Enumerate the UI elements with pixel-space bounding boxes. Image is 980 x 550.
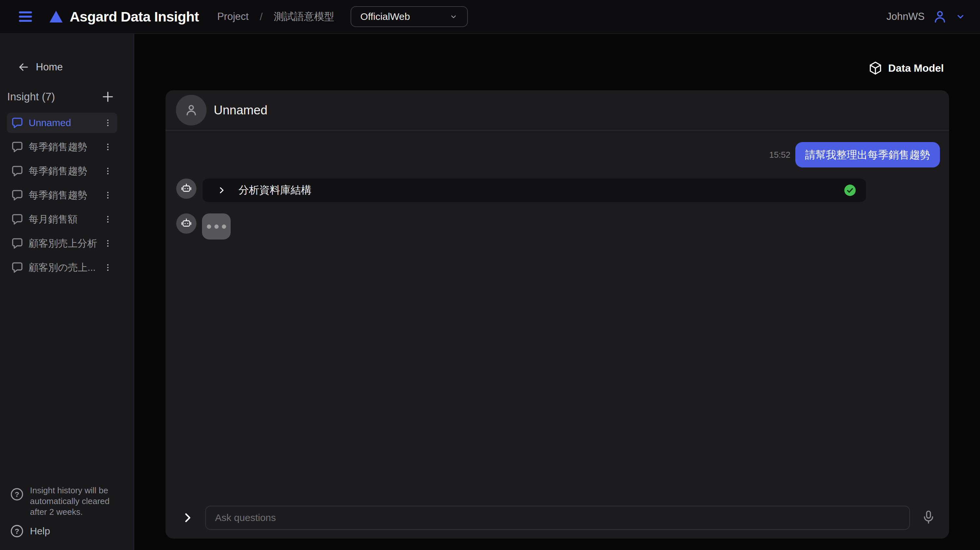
chevron-right-icon[interactable] <box>217 186 226 195</box>
sidebar-footer: ? Insight history will be automatically … <box>10 485 126 538</box>
kebab-menu-icon[interactable] <box>103 189 113 201</box>
workspace-dropdown-value: OfficialWeb <box>360 11 410 22</box>
logo-triangle-icon <box>49 11 62 22</box>
sidebar-item-label: 每季銷售趨勢 <box>29 140 103 154</box>
breadcrumb-model[interactable]: 測試語意模型 <box>274 10 334 24</box>
assistant-typing-row <box>165 213 949 240</box>
breadcrumb-separator: / <box>260 11 262 23</box>
chevron-down-icon <box>449 12 458 21</box>
ellipsis-icon <box>215 224 219 229</box>
home-label: Home <box>36 61 63 73</box>
sidebar-item-label: 顧客別の売上... <box>29 261 103 274</box>
top-header: Asgard Data Insight Project / 測試語意模型 Off… <box>0 0 980 34</box>
kebab-menu-icon[interactable] <box>103 165 113 177</box>
check-circle-icon <box>844 184 856 197</box>
help-label: Help <box>30 526 50 537</box>
user-menu[interactable]: JohnWS <box>886 9 966 24</box>
kebab-menu-icon[interactable] <box>103 261 113 274</box>
sidebar-item-label: 每季銷售趨勢 <box>29 165 103 178</box>
sidebar: Home Insight (7) Unnamed 每季銷售趨勢 <box>0 34 134 550</box>
breadcrumb: Project / 測試語意模型 <box>217 10 334 24</box>
chat-title: Unnamed <box>214 103 267 117</box>
sidebar-item-3[interactable]: 每季銷售趨勢 <box>7 185 117 205</box>
kebab-menu-icon[interactable] <box>103 237 113 250</box>
sidebar-item-label: 每季銷售趨勢 <box>29 189 103 202</box>
user-icon <box>932 9 947 24</box>
insight-section-title: Insight (7) <box>7 91 55 103</box>
sidebar-item-0[interactable]: Unnamed <box>7 113 117 133</box>
app-title: Asgard Data Insight <box>70 9 199 25</box>
chat-input-bar <box>165 505 949 530</box>
history-note: ? Insight history will be automatically … <box>10 485 126 517</box>
assistant-step-row: 分析資料庫結構 <box>165 178 949 202</box>
kebab-menu-icon[interactable] <box>103 141 113 153</box>
insight-section-header: Insight (7) <box>7 90 115 103</box>
question-circle-icon: ? <box>10 487 24 501</box>
analysis-step[interactable]: 分析資料庫結構 <box>203 178 866 202</box>
chat-bubble-icon <box>11 237 24 250</box>
ask-input[interactable] <box>205 505 910 530</box>
chevron-right-icon[interactable] <box>182 510 194 525</box>
main-area: Data Model Unnamed 15:52 請幫我整理出每季銷售趨勢 <box>135 34 980 550</box>
sidebar-item-label: 每月銷售額 <box>29 213 103 226</box>
user-message-bubble: 請幫我整理出每季銷售趨勢 <box>795 142 940 167</box>
chat-bubble-icon <box>11 116 24 129</box>
kebab-menu-icon[interactable] <box>103 213 113 226</box>
sidebar-item-label: Unnamed <box>29 117 103 129</box>
chat-bubble-icon <box>11 261 24 274</box>
analysis-step-label: 分析資料庫結構 <box>239 183 844 197</box>
sidebar-item-5[interactable]: 顧客別売上分析 <box>7 233 117 253</box>
svg-text:?: ? <box>15 527 19 535</box>
chat-bubble-icon <box>11 165 24 178</box>
arrow-left-icon <box>18 61 29 73</box>
chat-panel-header: Unnamed <box>165 90 949 131</box>
typing-indicator <box>202 213 231 240</box>
sidebar-item-label: 顧客別売上分析 <box>29 237 103 250</box>
kebab-menu-icon[interactable] <box>103 117 113 129</box>
robot-icon <box>176 213 196 234</box>
hamburger-icon[interactable] <box>19 11 32 22</box>
chevron-down-icon <box>955 11 966 22</box>
question-circle-icon: ? <box>10 524 24 538</box>
message-list: 15:52 請幫我整理出每季銷售趨勢 分析資料庫結構 <box>165 131 949 240</box>
sidebar-item-1[interactable]: 每季銷售趨勢 <box>7 137 117 157</box>
workspace-dropdown[interactable]: OfficialWeb <box>350 6 468 27</box>
ellipsis-icon <box>222 224 226 229</box>
plus-icon[interactable] <box>101 90 115 103</box>
chat-bubble-icon <box>11 213 24 226</box>
insight-list: Unnamed 每季銷售趨勢 每季銷售趨勢 <box>7 113 117 278</box>
chat-bubble-icon <box>11 140 24 153</box>
message-timestamp: 15:52 <box>769 150 791 160</box>
svg-text:?: ? <box>15 490 19 499</box>
mic-icon[interactable] <box>921 509 936 526</box>
user-message-row: 15:52 請幫我整理出每季銷售趨勢 <box>165 142 949 167</box>
home-button[interactable]: Home <box>18 61 63 73</box>
chat-bubble-icon <box>11 189 24 202</box>
robot-icon <box>176 178 196 199</box>
sidebar-item-4[interactable]: 每月銷售額 <box>7 209 117 229</box>
sidebar-item-6[interactable]: 顧客別の売上... <box>7 258 117 278</box>
avatar <box>176 95 207 126</box>
ellipsis-icon <box>207 224 211 229</box>
app-root: Asgard Data Insight Project / 測試語意模型 Off… <box>0 0 980 550</box>
sidebar-item-2[interactable]: 每季銷售趨勢 <box>7 161 117 181</box>
chat-panel: Unnamed 15:52 請幫我整理出每季銷售趨勢 分析資料庫結構 <box>165 90 949 539</box>
data-model-label: Data Model <box>888 62 944 74</box>
data-model-button[interactable]: Data Model <box>868 60 944 76</box>
user-name: JohnWS <box>886 11 924 22</box>
cube-icon <box>868 60 883 76</box>
history-note-text: Insight history will be automatically cl… <box>30 485 112 517</box>
help-button[interactable]: ? Help <box>10 524 126 538</box>
breadcrumb-project[interactable]: Project <box>217 11 248 22</box>
